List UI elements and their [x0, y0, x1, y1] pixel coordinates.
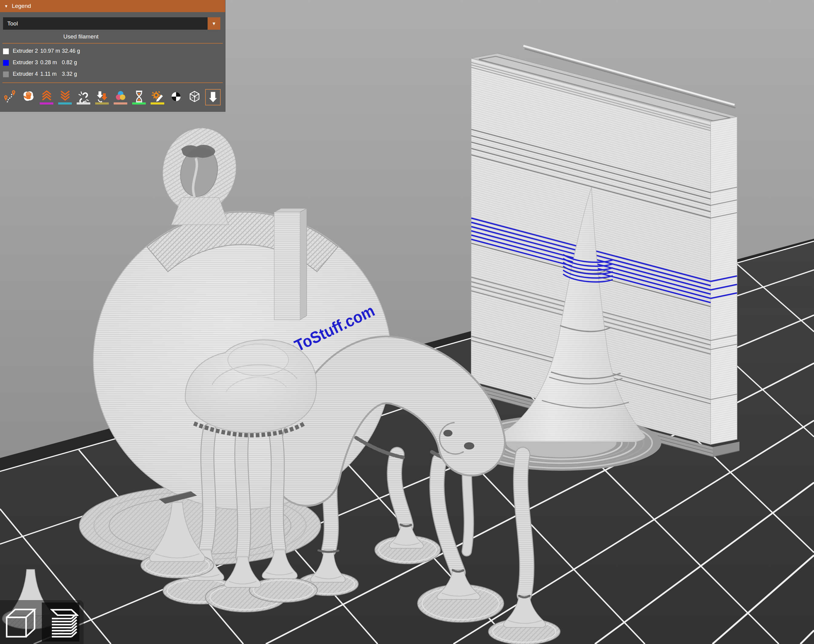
extruder-length: 1.11 m [40, 71, 57, 77]
tool-selector-value: Tool [7, 20, 18, 27]
extruder-row: Extruder 4 1.11 m 3.32 g [0, 69, 225, 80]
separator [2, 43, 223, 44]
chevrons-down-icon[interactable] [57, 89, 73, 106]
nozzle-icon[interactable] [205, 89, 221, 106]
chevrons-up-icon[interactable] [39, 89, 54, 106]
app-window: DoingScienceToStuff.com [0, 0, 814, 644]
dropdown-arrow-icon[interactable]: ▼ [207, 17, 220, 30]
layer-view-button[interactable] [42, 603, 79, 642]
prime-arrows-icon[interactable] [94, 89, 110, 106]
separator [2, 83, 223, 83]
layer-view-stack-icon [43, 604, 78, 640]
extruder-color-swatch [3, 49, 9, 54]
extruder-weight: 0.82 g [62, 59, 77, 66]
extruder-name: Extruder 3 [13, 59, 38, 66]
extruder-length: 0.28 m [40, 59, 57, 66]
hourglass-icon[interactable] [131, 89, 147, 106]
origin-quadrant-icon[interactable] [168, 89, 184, 106]
extruder-weight: 32.46 g [62, 48, 80, 54]
travel-route-icon[interactable] [2, 89, 17, 106]
wire-cube-icon[interactable] [187, 89, 202, 106]
extruder-length: 10.97 m [40, 48, 60, 54]
legend-header[interactable]: ▼ Legend [0, 0, 225, 12]
extruder-color-swatch [3, 60, 9, 66]
used-filament-label: Used filament [35, 33, 126, 40]
solid-view-cube-icon [4, 605, 38, 640]
extruder-color-swatch [3, 72, 9, 77]
legend-title: Legend [12, 3, 31, 9]
extruder-name: Extruder 2 [13, 48, 38, 54]
gear-pencil-icon[interactable] [150, 89, 165, 106]
legend-toolbar [2, 89, 221, 106]
extruder-row: Extruder 2 10.97 m 32.46 g [0, 46, 225, 57]
wipe-hand-icon[interactable] [20, 89, 36, 106]
tool-selector[interactable]: Tool ▼ [3, 17, 220, 30]
disc-stem-post [274, 209, 307, 320]
color-circles-icon[interactable] [113, 89, 128, 106]
extruder-row: Extruder 3 0.28 m 0.82 g [0, 57, 225, 69]
broken-link-icon[interactable] [76, 89, 91, 106]
extruder-weight: 3.32 g [62, 71, 77, 77]
solid-view-button[interactable] [2, 603, 39, 642]
extruder-name: Extruder 4 [13, 71, 38, 77]
legend-panel: ▼ Legend Tool ▼ Used filament Extruder 2… [0, 0, 226, 112]
view-mode-controls [0, 600, 84, 644]
collapse-icon[interactable]: ▼ [4, 4, 8, 8]
